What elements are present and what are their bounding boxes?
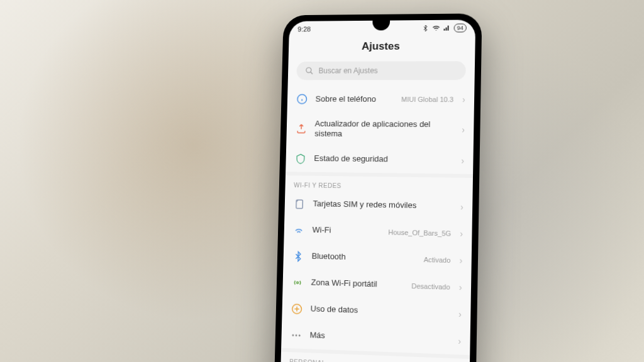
page-title: Ajustes — [289, 40, 475, 53]
row-value: MIUI Global 10.3 — [401, 96, 453, 103]
chevron-right-icon: › — [462, 94, 465, 104]
search-placeholder: Buscar en Ajustes — [318, 67, 377, 75]
row-label: Sobre el teléfono — [315, 94, 394, 104]
row-sim[interactable]: Tarjetas SIM y redes móviles › — [284, 190, 472, 220]
chevron-right-icon: › — [458, 309, 462, 319]
shield-icon — [294, 152, 307, 165]
search-input[interactable]: Buscar en Ajustes — [296, 61, 466, 80]
row-label: Zona Wi-Fi portátil — [311, 278, 404, 290]
hotspot-icon — [291, 276, 304, 288]
status-time: 9:28 — [297, 25, 311, 33]
row-label: Tarjetas SIM y redes móviles — [313, 199, 453, 212]
info-icon — [296, 93, 308, 106]
battery-status: 94 — [454, 23, 467, 32]
row-value: Activado — [424, 255, 451, 263]
chevron-right-icon: › — [460, 255, 463, 265]
phone-frame: 9:28 94 Ajustes Buscar en Ajustes — [274, 13, 482, 362]
row-security-status[interactable]: Estado de seguridad › — [286, 146, 474, 174]
chevron-right-icon: › — [462, 125, 465, 135]
chevron-right-icon: › — [458, 336, 461, 346]
row-label: Actualizador de aplicaciones del sistema — [314, 119, 454, 140]
page-header: Ajustes — [289, 33, 475, 62]
row-label: Uso de datos — [310, 304, 441, 319]
svg-point-6 — [296, 334, 297, 336]
search-icon — [305, 67, 314, 75]
svg-point-7 — [299, 334, 301, 336]
settings-list: Sobre el teléfono MIUI Global 10.3 › Act… — [280, 86, 474, 362]
update-icon — [295, 123, 308, 135]
chevron-right-icon: › — [461, 155, 464, 165]
row-system-updater[interactable]: Actualizador de aplicaciones del sistema… — [286, 112, 474, 147]
bluetooth-icon — [292, 250, 304, 262]
bluetooth-status-icon — [421, 25, 429, 32]
row-value: Desactivado — [411, 282, 450, 290]
phone-screen: 9:28 94 Ajustes Buscar en Ajustes — [280, 19, 475, 362]
svg-point-3 — [297, 282, 299, 283]
wifi-status-icon — [432, 25, 440, 32]
svg-point-5 — [292, 334, 294, 336]
row-value: House_Of_Bars_5G — [388, 228, 451, 237]
row-label: Bluetooth — [311, 251, 416, 264]
chevron-right-icon: › — [460, 228, 463, 238]
wifi-icon — [292, 224, 305, 236]
row-about-phone[interactable]: Sobre el teléfono MIUI Global 10.3 › — [287, 86, 475, 112]
sim-icon — [293, 197, 306, 210]
chevron-right-icon: › — [460, 202, 464, 212]
signal-status-icon — [443, 25, 450, 32]
data-icon — [291, 302, 303, 315]
chevron-right-icon: › — [459, 282, 462, 292]
row-wifi[interactable]: Wi-Fi House_Of_Bars_5G › — [284, 217, 472, 247]
row-label: Estado de seguridad — [314, 154, 453, 166]
row-label: Más — [309, 331, 450, 346]
more-icon — [290, 329, 303, 342]
row-label: Wi-Fi — [312, 225, 380, 236]
